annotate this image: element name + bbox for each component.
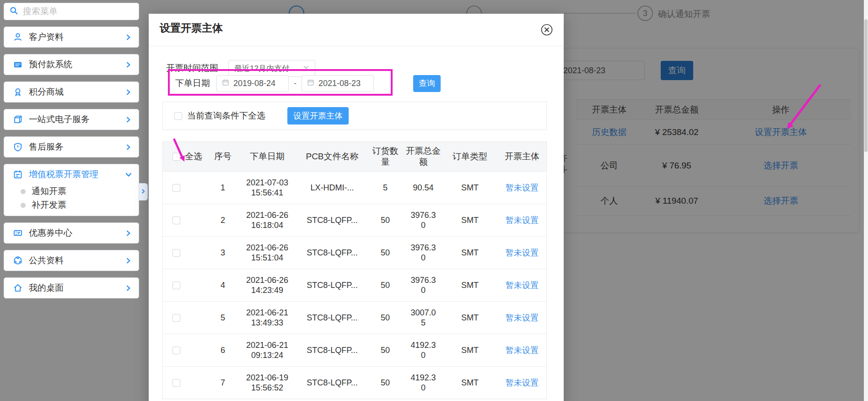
row-checkbox-cell — [163, 379, 209, 387]
subject-not-set-link[interactable]: 暂未设置 — [506, 183, 539, 192]
order-date: 2021-06-21 — [238, 340, 296, 351]
row-file-cell: STC8-LQFP... — [297, 248, 367, 258]
sidebar-flyout-tab[interactable] — [139, 183, 148, 200]
time-range-label: 开票时间范围 — [166, 62, 218, 74]
row-checkbox[interactable] — [173, 314, 180, 322]
subject-not-set-link[interactable]: 暂未设置 — [506, 313, 539, 322]
orders-table: 全选 序号下单日期PCB文件名称订货数量开票总金额订单类型开票主体 12021-… — [162, 141, 547, 399]
select-all-label: 全选 — [185, 151, 202, 162]
subject-not-set-link[interactable]: 暂未设置 — [506, 346, 539, 355]
column-header: 开票主体 — [497, 151, 547, 162]
row-type-cell: SMT — [443, 280, 497, 291]
row-checkbox[interactable] — [173, 249, 180, 257]
row-date-cell: 2021-06-2615:51:04 — [237, 243, 297, 263]
orders-table-header: 全选 序号下单日期PCB文件名称订货数量开票总金额订单类型开票主体 — [163, 142, 546, 171]
column-header: PCB文件名称 — [297, 151, 367, 162]
amount-value: 4192.30 — [409, 340, 438, 361]
chevron-right-icon — [125, 257, 132, 264]
select-all-under-query-checkbox[interactable] — [174, 112, 182, 120]
sidebar-subitem-补开发票[interactable]: 补开发票 — [4, 198, 139, 212]
select-all-checkbox[interactable] — [173, 153, 180, 161]
chevron-right-icon — [140, 188, 146, 196]
amount-value: 3976.30 — [409, 275, 438, 296]
order-date: 2021-06-26 — [238, 275, 296, 286]
row-checkbox[interactable] — [173, 282, 180, 289]
row-checkbox[interactable] — [173, 379, 180, 387]
row-qty-cell: 50 — [367, 345, 404, 356]
row-qty-cell: 50 — [367, 313, 404, 323]
row-subject-cell: 暂未设置 — [497, 248, 547, 258]
subject-not-set-link[interactable]: 暂未设置 — [506, 281, 539, 290]
sidebar-item-售后服务[interactable]: 售后服务 — [4, 137, 139, 157]
scrollbar[interactable] — [864, 0, 868, 401]
chevron-right-icon — [125, 33, 132, 41]
time-range-select[interactable]: 最近12月内支付 — [228, 60, 315, 77]
sidebar-item-优惠券中心[interactable]: 优惠券中心 — [4, 223, 139, 243]
row-checkbox[interactable] — [173, 184, 180, 192]
order-date-label: 下单日期 — [175, 77, 210, 89]
sidebar-item-一站式电子服务[interactable]: 一站式电子服务 — [4, 109, 139, 130]
date-to-input[interactable]: 2021-08-23 — [302, 75, 374, 92]
row-checkbox[interactable] — [173, 217, 180, 224]
row-amount-cell: 3976.30 — [404, 275, 443, 296]
order-time: 15:56:41 — [238, 188, 296, 198]
sidebar-menu: 客户资料预付款系统积分商城一站式电子服务售后服务增值税票开票管理通知开票补开发票… — [4, 3, 139, 298]
set-invoice-subject-button[interactable]: 设置开票主体 — [287, 107, 349, 125]
row-amount-cell: 4192.30 — [404, 340, 443, 361]
sidebar-item-我的桌面[interactable]: 我的桌面 — [4, 278, 139, 298]
sidebar-group: 增值税票开票管理通知开票补开发票 — [4, 164, 139, 216]
row-date-cell: 2021-06-1915:56:52 — [237, 373, 297, 393]
search-input[interactable] — [23, 6, 135, 16]
subject-not-set-link[interactable]: 暂未设置 — [506, 378, 539, 387]
row-subject-cell: 暂未设置 — [497, 378, 547, 388]
sidebar-item-积分商城[interactable]: 积分商城 — [4, 82, 139, 102]
row-subject-cell: 暂未设置 — [497, 313, 547, 323]
row-amount-cell: 90.54 — [404, 183, 443, 193]
chevron-right-icon — [125, 229, 132, 237]
modal-divider — [149, 46, 564, 46]
date-from-input[interactable]: 2019-08-24 — [216, 75, 289, 92]
select-all-bar: 当前查询条件下全选 设置开票主体 — [162, 102, 547, 130]
sidebar-group: 客户资料 — [4, 27, 139, 48]
bullet-dot-icon — [21, 203, 26, 208]
row-checkbox-cell — [163, 347, 209, 354]
query-button[interactable]: 查询 — [413, 75, 441, 92]
row-file-cell: STC8-LQFP... — [297, 313, 367, 323]
table-row: 52021-06-2113:49:33STC8-LQFP...503007.05… — [163, 301, 546, 334]
row-checkbox[interactable] — [173, 347, 180, 354]
subject-not-set-link[interactable]: 暂未设置 — [506, 216, 539, 225]
close-icon[interactable] — [540, 23, 554, 37]
sidebar-subitem-label: 补开发票 — [32, 199, 66, 211]
sidebar-item-增值税票开票管理[interactable]: 增值税票开票管理 — [4, 164, 139, 184]
scrollbar-thumb[interactable] — [864, 19, 868, 152]
row-date-cell: 2021-06-2614:23:49 — [237, 275, 297, 296]
amount-value: 3976.30 — [409, 243, 438, 263]
card-icon — [12, 59, 23, 70]
row-file-cell: STC8-LQFP... — [297, 215, 367, 226]
shield-icon — [12, 141, 23, 152]
table-row: 12021-07-0315:56:41LX-HDMI-...590.54SMT暂… — [163, 171, 546, 204]
sidebar-group: 优惠券中心 — [4, 222, 139, 244]
coupon-icon — [12, 228, 23, 238]
amount-value: 3976.30 — [409, 210, 438, 231]
table-row: 42021-06-2614:23:49STC8-LQFP...503976.30… — [163, 269, 546, 301]
subject-not-set-link[interactable]: 暂未设置 — [506, 248, 539, 257]
order-time: 09:13:24 — [238, 350, 296, 361]
row-checkbox-cell — [163, 282, 209, 289]
row-file-cell: LX-HDMI-... — [297, 183, 367, 193]
row-checkbox-cell — [163, 249, 209, 257]
row-checkbox-cell — [163, 217, 209, 224]
sidebar-subitem-通知开票[interactable]: 通知开票 — [4, 184, 139, 198]
sidebar-item-客户资料[interactable]: 客户资料 — [4, 27, 139, 47]
desktop-icon — [12, 282, 23, 293]
sidebar-item-label: 客户资料 — [29, 31, 125, 43]
bullet-dot-icon — [21, 189, 26, 194]
select-all-under-query-label: 当前查询条件下全选 — [187, 110, 265, 122]
date-from-value: 2019-08-24 — [233, 79, 275, 88]
row-type-cell: SMT — [443, 345, 497, 356]
sidebar-group: 积分商城 — [4, 81, 139, 103]
sidebar-item-预付款系统[interactable]: 预付款系统 — [4, 54, 139, 75]
sidebar-item-公共资料[interactable]: 公共资料 — [4, 250, 139, 271]
row-date-cell: 2021-06-2616:18:04 — [237, 210, 297, 231]
row-subject-cell: 暂未设置 — [497, 215, 547, 226]
